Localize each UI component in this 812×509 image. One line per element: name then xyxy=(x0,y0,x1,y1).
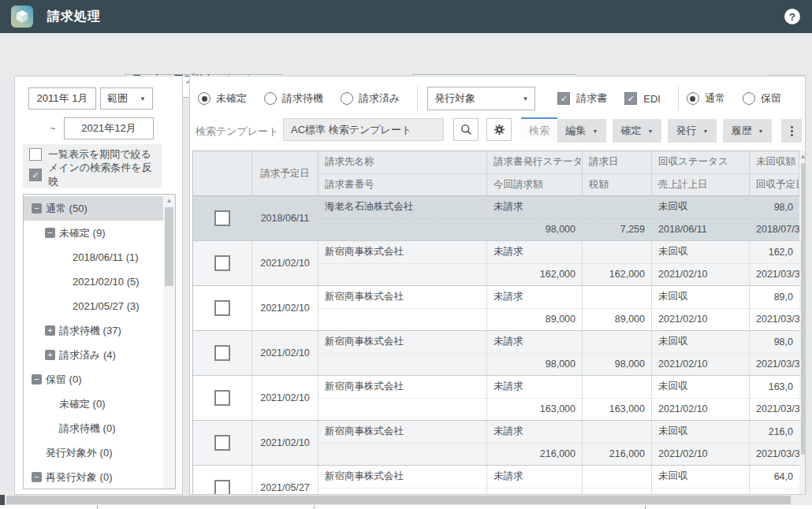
collection-bottom: 2021/02/10 xyxy=(652,444,749,466)
radio-icon[interactable] xyxy=(687,92,699,105)
uncollected-bottom: 2021/03/3 xyxy=(750,309,799,331)
issue-bottom: 216,000 xyxy=(487,444,582,466)
table-row[interactable]: 2021/02/10新宿商事株式会社未請求216,000216,000未回収20… xyxy=(193,421,799,466)
tree-scrollbar[interactable]: ▲ xyxy=(163,195,175,489)
row-schedule-cell: 2021/02/10 xyxy=(252,286,318,330)
issue-bottom: 98,000 xyxy=(487,354,582,376)
expand-minus-icon[interactable]: − xyxy=(32,374,42,385)
issue-top: 未請求 xyxy=(487,466,582,489)
customer-bottom xyxy=(318,264,486,286)
checkbox-icon[interactable]: ✓ xyxy=(29,169,42,181)
table-row[interactable]: 2021/05/27新宿商事株式会社未請求64,00064,000未回収2021… xyxy=(193,466,799,494)
uncollected-bottom: 2021/03/3 xyxy=(750,399,799,421)
uncollected-bottom: 2021/06/ xyxy=(750,489,799,495)
table-row[interactable]: 2021/02/10新宿商事株式会社未請求162,000162,000未回収20… xyxy=(193,241,799,286)
action-button-0[interactable]: 編集▼ xyxy=(557,119,606,143)
issue-bottom: 64,000 xyxy=(487,489,582,495)
expand-minus-icon[interactable]: − xyxy=(32,203,42,214)
expand-minus-icon[interactable]: − xyxy=(45,228,55,238)
app-header: 請求処理 ? xyxy=(0,0,812,33)
status-radio-1[interactable]: 請求待機 xyxy=(264,91,323,106)
row-schedule-cell: 2021/02/10 xyxy=(252,241,318,285)
search-button[interactable] xyxy=(453,118,479,141)
table-row[interactable]: 2021/02/10新宿商事株式会社未請求89,00089,000未回収2021… xyxy=(193,286,799,331)
search-tab-partial[interactable]: 検索 xyxy=(521,117,557,141)
status-radio-2[interactable]: 請求済み xyxy=(341,91,400,106)
tree-item-6[interactable]: +請求済み (4) xyxy=(24,343,163,367)
doc-checkbox-1[interactable]: ✓EDI xyxy=(624,92,661,105)
row-checkbox[interactable] xyxy=(214,210,230,226)
action-button-label: 編集 xyxy=(566,124,587,138)
tree-item-0[interactable]: −通常 (50) xyxy=(24,196,163,221)
tree-item-11[interactable]: −再発行対象 (0) xyxy=(24,465,163,489)
bill-bottom: 7,259 xyxy=(583,219,651,241)
table-scrollbar-thumb[interactable] xyxy=(801,163,805,455)
uncollected-bottom: 2021/03/3 xyxy=(750,444,799,466)
table-row[interactable]: 2021/02/10新宿商事株式会社未請求163,000163,000未回収20… xyxy=(193,376,799,421)
bill: 163,000 xyxy=(583,376,652,420)
action-button-1[interactable]: 確定▼ xyxy=(613,119,661,143)
bill-bottom: 162,000 xyxy=(583,264,651,286)
uncollected-top: 98,0 xyxy=(750,331,799,354)
tree-item-10[interactable]: 発行対象外 (0) xyxy=(24,440,163,465)
tree-item-9[interactable]: 請求待機 (0) xyxy=(24,416,163,440)
doc-checkbox-0[interactable]: ✓請求書 xyxy=(557,91,607,106)
tree-item-2[interactable]: 2018/06/11 (1) xyxy=(24,245,163,269)
tree-item-3[interactable]: 2021/02/10 (5) xyxy=(24,269,163,294)
row-checkbox[interactable] xyxy=(214,390,230,406)
uncollected-top: 64,0 xyxy=(750,466,799,489)
customer-top: 海老名石油株式会社 xyxy=(318,196,486,219)
row-checkbox[interactable] xyxy=(214,480,230,494)
table-scrollbar[interactable]: ▲ xyxy=(799,150,806,494)
issue-target-select[interactable]: 発行対象 ▼ xyxy=(427,87,535,110)
collection-bottom: 2021/02/10 xyxy=(652,399,749,421)
tree-item-5[interactable]: +請求待機 (37) xyxy=(24,318,163,343)
help-icon[interactable]: ? xyxy=(784,9,800,24)
row-checkbox[interactable] xyxy=(214,345,230,361)
checkbox-icon[interactable] xyxy=(29,148,42,161)
tree-item-8[interactable]: 未確定 (0) xyxy=(24,392,163,416)
table-row[interactable]: 2018/06/11海老名石油株式会社未請求98,0007,259未回収2018… xyxy=(193,196,799,241)
tree-item-4[interactable]: 2021/05/27 (3) xyxy=(24,294,163,318)
sidebar-checkbox-label: メインの検索条件を反映 xyxy=(48,161,162,189)
customer: 新宿商事株式会社 xyxy=(318,241,487,285)
schedule-date: 2021/02/10 xyxy=(252,331,318,375)
horizontal-scrollbar[interactable] xyxy=(0,495,812,505)
row-checkbox[interactable] xyxy=(214,435,230,451)
search-template-input[interactable]: AC標準 検索テンプレート xyxy=(283,118,444,141)
customer-top: 新宿商事株式会社 xyxy=(318,286,486,309)
action-button-3[interactable]: 履歴▼ xyxy=(723,119,772,143)
header-schedule-col: 請求予定日 xyxy=(252,151,318,195)
radio-icon[interactable] xyxy=(743,92,755,105)
mode-radio-0[interactable]: 通常 xyxy=(687,91,725,106)
more-button[interactable] xyxy=(781,119,802,143)
row-checkbox[interactable] xyxy=(214,300,230,316)
header-collection-col: 回収ステータス 売上計上日 xyxy=(652,151,750,195)
horizontal-scrollbar-thumb[interactable] xyxy=(6,496,791,504)
range-select[interactable]: 範囲 ▼ xyxy=(100,87,153,110)
header-checkbox-col xyxy=(193,151,252,195)
issue: 未請求163,000 xyxy=(487,376,583,420)
date-from-input[interactable]: 2011年 1月 xyxy=(28,87,96,110)
radio-icon[interactable] xyxy=(341,92,353,105)
action-button-2[interactable]: 発行▼ xyxy=(668,119,717,143)
expand-plus-icon[interactable]: + xyxy=(45,350,55,360)
sidebar-checkbox-1[interactable]: ✓メインの検索条件を反映 xyxy=(23,165,162,185)
status-radio-0[interactable]: 未確定 xyxy=(198,91,247,106)
settings-button[interactable] xyxy=(486,118,512,141)
mode-radio-1[interactable]: 保留 xyxy=(743,91,781,106)
radio-icon[interactable] xyxy=(264,92,277,105)
tree-scrollbar-thumb[interactable] xyxy=(165,207,173,286)
tree-item-1[interactable]: −未確定 (9) xyxy=(24,221,163,245)
checkbox-icon[interactable]: ✓ xyxy=(557,92,570,105)
expand-plus-icon[interactable]: + xyxy=(45,325,55,336)
radio-icon[interactable] xyxy=(198,92,210,105)
checkbox-icon[interactable]: ✓ xyxy=(624,92,637,105)
date-to-input[interactable]: 2021年12月 xyxy=(64,117,154,139)
scrollbar-up-icon[interactable]: ▲ xyxy=(163,197,175,204)
tree-item-7[interactable]: −保留 (0) xyxy=(24,367,163,392)
scrollbar-up-icon[interactable]: ▲ xyxy=(799,153,806,160)
table-row[interactable]: 2021/02/10新宿商事株式会社未請求98,00098,000未回収2021… xyxy=(193,331,799,376)
expand-minus-icon[interactable]: − xyxy=(32,472,42,482)
row-checkbox[interactable] xyxy=(214,255,230,271)
